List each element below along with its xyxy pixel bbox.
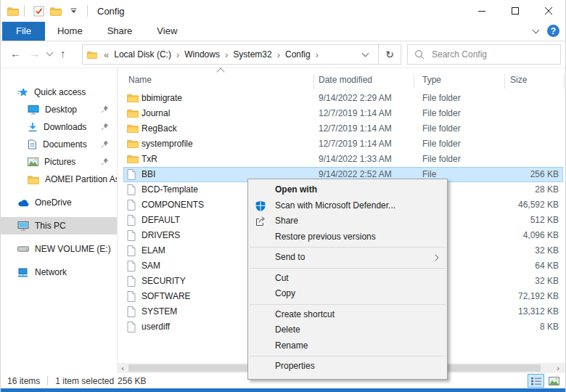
- qat-properties-button[interactable]: [30, 3, 47, 19]
- tab-view[interactable]: View: [144, 22, 189, 41]
- file-type: File folder: [422, 91, 461, 106]
- context-menu-item[interactable]: Share: [248, 213, 447, 229]
- column-header-type[interactable]: Type: [422, 75, 441, 85]
- folder-icon: [127, 108, 139, 118]
- file-name: SYSTEM: [142, 304, 177, 319]
- search-icon: [414, 49, 424, 60]
- breadcrumb-system32[interactable]: System32: [231, 49, 274, 60]
- sidebar-item-pictures[interactable]: Pictures: [1, 153, 117, 171]
- file-name: RegBack: [142, 121, 177, 136]
- file-type: File folder: [422, 121, 461, 136]
- scroll-left-icon[interactable]: ‹: [117, 363, 128, 373]
- file-size: 32 KB: [464, 274, 559, 289]
- tab-file[interactable]: File: [2, 22, 45, 41]
- sidebar-item-network[interactable]: Network: [1, 264, 117, 281]
- help-button[interactable]: ?: [547, 25, 559, 37]
- column-header-name[interactable]: Name: [128, 75, 152, 85]
- sidebar-item-downloads[interactable]: Downloads: [1, 118, 117, 136]
- folder-icon: [127, 154, 139, 163]
- breadcrumb-chevron[interactable]: ›: [274, 49, 283, 60]
- column-header-date-modified[interactable]: Date modified: [319, 75, 372, 85]
- file-icon: [127, 276, 136, 287]
- expand-ribbon-icon[interactable]: [533, 26, 540, 33]
- context-menu-item[interactable]: Rename: [248, 338, 447, 354]
- breadcrumb-windows[interactable]: Windows: [182, 49, 222, 60]
- file-type: File folder: [422, 136, 461, 152]
- qat-new-folder-button[interactable]: [47, 3, 65, 19]
- maximize-button[interactable]: [499, 0, 532, 22]
- ribbon-tab-bar: File Home Share View ?: [1, 22, 565, 41]
- table-row[interactable]: systemprofile 12/7/2019 1:14 AM File fol…: [123, 136, 563, 152]
- file-icon: [127, 169, 136, 180]
- breadcrumb-chevron[interactable]: ›: [313, 49, 321, 60]
- up-button[interactable]: ↑: [60, 46, 66, 61]
- sidebar-item-onedrive[interactable]: OneDrive: [1, 194, 117, 211]
- breadcrumb-config[interactable]: Config: [283, 49, 313, 60]
- column-divider[interactable]: [504, 74, 505, 89]
- table-row[interactable]: TxR 9/14/2022 1:33 AM File folder: [123, 152, 563, 167]
- sidebar-item-this-pc[interactable]: This PC: [1, 217, 117, 234]
- context-menu-item[interactable]: Properties: [248, 359, 447, 375]
- close-button[interactable]: [532, 0, 565, 22]
- recent-locations-dropdown[interactable]: [46, 49, 54, 57]
- file-name: DEFAULT: [142, 213, 180, 228]
- column-divider[interactable]: [414, 74, 414, 89]
- column-divider[interactable]: [313, 74, 314, 89]
- sidebar-item-new-volume-e[interactable]: NEW VOLUME (E:): [1, 240, 117, 258]
- sidebar-item-aomei-partition-assistant[interactable]: AOMEI Partition Ass: [1, 171, 117, 188]
- breadcrumb-chevron[interactable]: ›: [173, 49, 182, 60]
- scroll-right-icon[interactable]: ›: [552, 363, 564, 373]
- tab-share[interactable]: Share: [95, 22, 145, 41]
- file-name: ELAM: [142, 243, 165, 258]
- address-bar[interactable]: « Local Disk (C:) › Windows › System32 ›…: [82, 44, 401, 65]
- refresh-button[interactable]: ↻: [378, 45, 401, 64]
- forward-button[interactable]: →: [29, 46, 40, 61]
- context-menu-item[interactable]: Scan with Microsoft Defender...: [248, 198, 447, 214]
- minimize-button[interactable]: [465, 0, 499, 22]
- table-row[interactable]: RegBack 12/7/2019 1:14 AM File folder: [123, 121, 563, 136]
- file-name: Journal: [142, 106, 170, 121]
- context-menu-item[interactable]: Create shortcut: [248, 307, 447, 323]
- file-name: DRIVERS: [142, 228, 180, 243]
- downloads-icon: [28, 122, 38, 132]
- pin-icon: [101, 123, 109, 131]
- back-button[interactable]: ←: [10, 46, 21, 61]
- context-menu-item-label: Properties: [275, 361, 315, 371]
- sidebar-item-documents[interactable]: Documents: [1, 136, 117, 153]
- taskbar-edge: [1, 388, 565, 392]
- sidebar-item-quick-access[interactable]: Quick access: [1, 83, 117, 101]
- context-menu-item[interactable]: Cut: [248, 271, 447, 287]
- context-menu-item[interactable]: Restore previous versions: [248, 229, 447, 245]
- context-menu-item-label: Send to: [275, 252, 305, 262]
- qat-customize-dropdown[interactable]: [65, 3, 82, 19]
- breadcrumb-chevron[interactable]: ›: [222, 49, 231, 60]
- details-view-button[interactable]: [528, 374, 544, 388]
- context-menu-item[interactable]: Delete: [248, 322, 447, 338]
- context-menu-item[interactable]: [250, 247, 446, 248]
- breadcrumb-collapse[interactable]: «: [101, 49, 112, 60]
- table-row[interactable]: Journal 12/7/2019 1:14 AM File folder: [123, 106, 563, 121]
- context-menu-item[interactable]: Copy: [248, 286, 447, 302]
- file-size: 46,592 KB: [464, 197, 559, 213]
- folder-icon: [127, 139, 139, 148]
- table-row[interactable]: bbimigrate 9/14/2022 2:29 AM File folder: [123, 91, 563, 106]
- context-menu-item[interactable]: [250, 304, 446, 305]
- thumbnail-view-button[interactable]: [546, 374, 562, 388]
- context-menu-item[interactable]: Send to: [248, 250, 447, 266]
- address-dropdown-icon[interactable]: [362, 50, 369, 57]
- context-menu-item-label: Copy: [275, 288, 295, 298]
- context-menu-item[interactable]: [250, 268, 446, 269]
- context-menu-item[interactable]: Open with: [248, 182, 447, 198]
- breadcrumb-local-disk-c[interactable]: Local Disk (C:): [112, 49, 173, 60]
- file-size: 13,312 KB: [464, 304, 559, 319]
- column-divider[interactable]: [564, 74, 565, 89]
- file-icon: [127, 291, 136, 302]
- file-icon: [127, 261, 136, 271]
- column-header-size[interactable]: Size: [510, 75, 527, 85]
- app-folder-icon: [7, 6, 19, 16]
- context-menu-item[interactable]: [250, 356, 446, 356]
- sidebar-item-desktop[interactable]: Desktop: [1, 101, 117, 118]
- tab-home[interactable]: Home: [45, 22, 95, 41]
- search-input[interactable]: [430, 49, 560, 60]
- file-icon: [127, 230, 136, 241]
